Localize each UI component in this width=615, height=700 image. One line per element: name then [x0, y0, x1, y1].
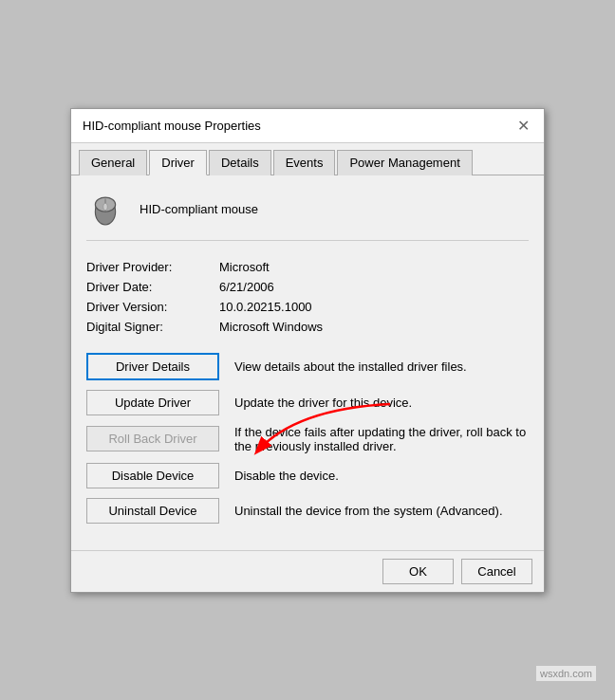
disable-device-button[interactable]: Disable Device — [86, 463, 219, 488]
prop-label-provider: Driver Provider: — [86, 260, 219, 274]
device-name: HID-compliant mouse — [140, 202, 258, 216]
tab-general[interactable]: General — [79, 150, 147, 175]
prop-label-signer: Digital Signer: — [86, 320, 219, 334]
driver-details-desc: View details about the installed driver … — [234, 359, 529, 374]
prop-row-date: Driver Date: 6/21/2006 — [86, 280, 529, 294]
properties-dialog: HID-compliant mouse Properties ✕ General… — [70, 108, 545, 593]
svg-point-3 — [103, 203, 108, 211]
prop-value-date: 6/21/2006 — [219, 280, 274, 294]
update-driver-desc: Update the driver for this device. — [234, 396, 529, 410]
roll-back-driver-button[interactable]: Roll Back Driver — [86, 426, 219, 451]
tab-driver[interactable]: Driver — [149, 150, 207, 175]
prop-value-version: 10.0.20215.1000 — [219, 300, 312, 314]
prop-value-signer: Microsoft Windows — [219, 320, 323, 334]
cancel-button[interactable]: Cancel — [461, 559, 532, 584]
title-bar: HID-compliant mouse Properties ✕ — [71, 109, 544, 143]
tab-details[interactable]: Details — [209, 150, 271, 175]
uninstall-device-desc: Uninstall the device from the system (Ad… — [234, 504, 529, 518]
prop-row-signer: Digital Signer: Microsoft Windows — [86, 320, 529, 334]
actions-section: Driver Details View details about the in… — [86, 353, 529, 524]
uninstall-device-button[interactable]: Uninstall Device — [86, 498, 219, 524]
dialog-title: HID-compliant mouse Properties — [83, 119, 261, 133]
ok-button[interactable]: OK — [382, 559, 454, 584]
tab-power-management[interactable]: Power Management — [337, 150, 472, 175]
disable-device-row: Disable Device Disable the device. — [86, 463, 529, 488]
driver-details-button[interactable]: Driver Details — [86, 353, 219, 380]
device-icon — [86, 191, 124, 229]
properties-section: Driver Provider: Microsoft Driver Date: … — [86, 260, 529, 334]
disable-device-desc: Disable the device. — [234, 469, 529, 483]
uninstall-device-row: Uninstall Device Uninstall the device fr… — [86, 498, 529, 524]
close-button[interactable]: ✕ — [513, 116, 532, 135]
prop-row-version: Driver Version: 10.0.20215.1000 — [86, 300, 529, 314]
prop-label-date: Driver Date: — [86, 280, 219, 294]
tab-bar: General Driver Details Events Power Mana… — [71, 143, 544, 175]
tab-content: HID-compliant mouse Driver Provider: Mic… — [71, 175, 544, 550]
update-driver-button[interactable]: Update Driver — [86, 390, 219, 415]
prop-label-version: Driver Version: — [86, 300, 219, 314]
update-driver-row: Update Driver Update the driver for this… — [86, 390, 529, 415]
prop-row-provider: Driver Provider: Microsoft — [86, 260, 529, 274]
prop-value-provider: Microsoft — [219, 260, 270, 274]
watermark: wsxdn.com — [536, 666, 596, 681]
driver-details-row: Driver Details View details about the in… — [86, 353, 529, 380]
dialog-footer: OK Cancel — [71, 550, 544, 592]
roll-back-driver-desc: If the device fails after updating the d… — [234, 425, 529, 453]
device-header: HID-compliant mouse — [86, 191, 529, 241]
tab-events[interactable]: Events — [273, 150, 336, 175]
roll-back-driver-row: Roll Back Driver If the device fails aft… — [86, 425, 529, 453]
